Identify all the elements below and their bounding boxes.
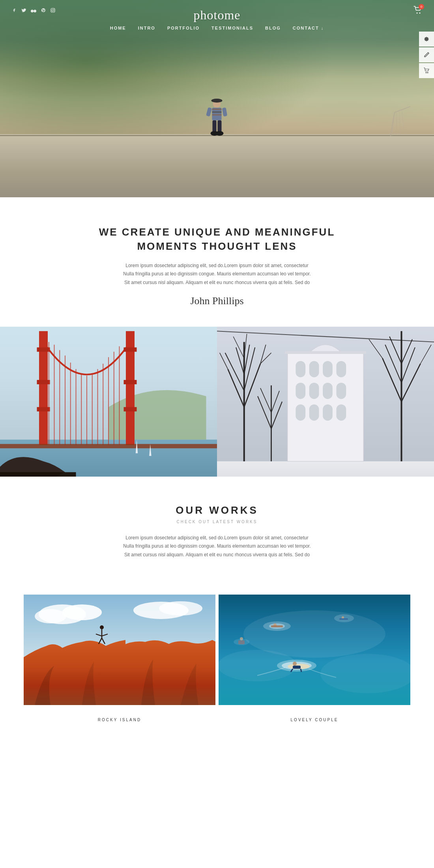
svg-rect-34 <box>124 407 137 411</box>
person-figure <box>206 97 228 140</box>
cart-area[interactable]: 0 <box>413 6 422 16</box>
svg-rect-14 <box>51 8 55 12</box>
portfolio-item-couple[interactable] <box>219 595 410 705</box>
svg-point-102 <box>100 625 104 629</box>
svg-rect-33 <box>124 380 137 384</box>
svg-rect-123 <box>293 666 301 669</box>
edit-button[interactable] <box>419 47 434 62</box>
svg-rect-49 <box>0 444 217 448</box>
bridge-right-element <box>331 105 410 136</box>
svg-point-98 <box>62 604 102 620</box>
intro-heading: WE CREATE UNIQUE AND MEANINGFUL MOMENTS … <box>47 225 387 254</box>
cart-sidebar-button[interactable] <box>419 63 434 78</box>
golden-gate-bg <box>0 327 217 477</box>
svg-rect-62 <box>323 382 333 398</box>
portfolio-grid <box>0 595 434 713</box>
flickr-icon[interactable] <box>31 8 36 14</box>
svg-point-18 <box>419 13 421 14</box>
svg-rect-115 <box>271 625 283 627</box>
svg-rect-63 <box>337 382 346 398</box>
svg-rect-28 <box>37 347 50 352</box>
pinterest-icon[interactable] <box>41 8 46 14</box>
logo-text[interactable]: photome <box>194 8 241 22</box>
nav-portfolio[interactable]: PORTFOLIO <box>167 26 200 30</box>
rocky-island-image <box>24 595 215 705</box>
svg-point-20 <box>427 72 428 73</box>
intro-section: WE CREATE UNIQUE AND MEANINGFUL MOMENTS … <box>0 197 434 327</box>
svg-point-128 <box>234 639 249 645</box>
svg-point-13 <box>34 9 36 12</box>
svg-rect-56 <box>296 361 305 377</box>
facebook-icon[interactable] <box>12 8 17 14</box>
winter-bg <box>217 327 434 477</box>
svg-point-19 <box>426 72 427 73</box>
svg-rect-8 <box>213 120 217 132</box>
svg-rect-9 <box>218 120 222 132</box>
svg-point-11 <box>216 131 224 136</box>
svg-rect-65 <box>309 404 319 420</box>
works-heading: OUR WORKS <box>47 504 387 516</box>
svg-rect-5 <box>212 114 222 116</box>
svg-rect-32 <box>124 347 137 352</box>
main-navigation: HOME INTRO PORTFOLIO TESTIMONIALS BLOG C… <box>0 26 434 30</box>
svg-rect-57 <box>309 361 319 377</box>
svg-line-125 <box>301 669 301 672</box>
works-body-text: Lorem ipsum dosectetur adipiscing elit, … <box>122 534 312 559</box>
svg-point-101 <box>159 601 202 615</box>
svg-rect-66 <box>323 404 333 420</box>
top-bar: photome 0 <box>0 0 434 22</box>
svg-rect-67 <box>337 404 346 420</box>
svg-point-122 <box>293 662 297 666</box>
winter-svg <box>217 327 434 477</box>
twitter-icon[interactable] <box>21 8 26 14</box>
svg-rect-54 <box>217 461 434 477</box>
signature: John Phillips <box>47 295 387 307</box>
portfolio-labels-row: ROCKY ISLAND LOVELY COUPLE <box>0 718 434 722</box>
nav-home[interactable]: HOME <box>110 26 126 30</box>
lovely-couple-image <box>219 595 410 705</box>
svg-rect-29 <box>37 380 50 384</box>
works-section: OUR WORKS CHECK OUT LATEST WORKS Lorem i… <box>0 477 434 595</box>
svg-point-99 <box>35 609 66 623</box>
lovely-couple-svg <box>219 595 410 705</box>
nav-contact[interactable]: CONTACT ↓ <box>293 26 324 30</box>
gallery-winter-building <box>217 327 434 477</box>
concrete-wall <box>0 134 434 197</box>
golden-gate-svg <box>0 327 217 477</box>
intro-body-text: Lorem ipsum dosectetur adipiscing elit, … <box>122 262 312 287</box>
rocky-island-svg <box>24 595 215 705</box>
svg-rect-4 <box>212 111 222 113</box>
svg-line-23 <box>399 112 400 135</box>
svg-point-15 <box>52 9 54 11</box>
logo-area: photome <box>194 8 241 22</box>
svg-rect-7 <box>222 107 228 116</box>
svg-point-12 <box>31 9 34 12</box>
works-subheading: CHECK OUT LATEST WORKS <box>47 520 387 524</box>
svg-point-1 <box>211 99 223 103</box>
svg-rect-59 <box>337 361 346 377</box>
svg-line-24 <box>402 111 404 134</box>
svg-rect-68 <box>285 351 366 354</box>
social-icons-group <box>12 8 55 14</box>
portfolio-item-rocky[interactable] <box>24 595 215 705</box>
svg-rect-30 <box>37 407 50 411</box>
svg-rect-64 <box>296 404 305 420</box>
hero-section: photome 0 HOME INTRO PORTFOLIO TESTIMONI… <box>0 0 434 197</box>
gallery-golden-gate <box>0 327 217 477</box>
svg-rect-52 <box>0 472 76 476</box>
svg-rect-6 <box>206 107 212 117</box>
settings-button[interactable] <box>419 32 434 47</box>
rocky-island-label: ROCKY ISLAND <box>24 718 215 722</box>
svg-rect-61 <box>309 382 319 398</box>
svg-rect-60 <box>296 382 305 398</box>
instagram-icon[interactable] <box>51 8 55 14</box>
svg-point-17 <box>417 13 418 14</box>
gallery-two-col <box>0 327 434 477</box>
nav-blog[interactable]: BLOG <box>265 26 281 30</box>
cart-badge: 0 <box>419 4 424 9</box>
sidebar-icons <box>419 32 434 78</box>
svg-rect-3 <box>212 108 222 110</box>
nav-testimonials[interactable]: TESTIMONIALS <box>211 26 253 30</box>
nav-intro[interactable]: INTRO <box>138 26 155 30</box>
svg-point-16 <box>54 9 54 9</box>
